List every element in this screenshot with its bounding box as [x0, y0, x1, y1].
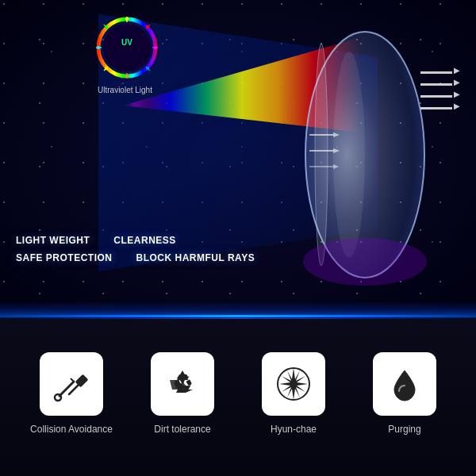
svg-point-22	[303, 238, 427, 286]
feature-card-hyun: Hyun-chae	[250, 352, 337, 435]
feature-name-dirt: Dirt tolerance	[154, 424, 210, 435]
feature-name-hyun: Hyun-chae	[271, 424, 317, 435]
label-safe-protection: SAFE PROTECTION	[16, 252, 113, 263]
feature-row-2: SAFE PROTECTION BLOCK HARMFUL RAYS	[16, 252, 255, 263]
feature-row-1: LIGHT WEIGHT CLEARNESS	[16, 235, 255, 246]
feature-icon-box-collision	[40, 352, 103, 416]
uv-ring-svg: UV	[95, 16, 159, 79]
feature-labels: LIGHT WEIGHT CLEARNESS SAFE PROTECTION B…	[16, 235, 255, 270]
svg-point-1	[103, 24, 151, 71]
svg-point-21	[315, 44, 328, 266]
lens-arrows	[420, 71, 452, 109]
lens-container	[294, 24, 452, 294]
svg-marker-36	[279, 368, 308, 400]
drop-icon	[385, 364, 424, 404]
recycle-icon: ♻	[163, 364, 202, 404]
lens-arrow-2	[420, 83, 452, 86]
bottom-section: Collision Avoidance ♻ Dirt tolerance Hyu…	[0, 317, 476, 476]
uv-circle: UV	[95, 16, 159, 79]
feature-card-dirt: ♻ Dirt tolerance	[139, 352, 226, 435]
feature-icon-box-dirt: ♻	[151, 352, 214, 416]
lens-svg	[294, 24, 436, 286]
svg-line-29	[60, 382, 74, 396]
feature-card-collision: Collision Avoidance	[28, 352, 115, 435]
uv-label: Ultraviolet Light	[87, 86, 163, 94]
svg-point-30	[55, 394, 61, 401]
tools-icon	[52, 364, 91, 404]
lens-arrow-4	[420, 107, 452, 109]
svg-line-31	[71, 378, 74, 382]
svg-text:♻: ♻	[172, 370, 194, 396]
feature-name-purging: Purging	[388, 424, 420, 435]
svg-point-20	[333, 52, 365, 258]
top-section: UV	[0, 0, 476, 317]
star-icon	[274, 364, 313, 404]
feature-icon-box-purging	[373, 352, 436, 416]
svg-text:UV: UV	[121, 38, 132, 47]
lens-arrow-1	[420, 71, 452, 74]
label-light-weight: LIGHT WEIGHT	[16, 235, 90, 246]
lens-arrow-3	[420, 95, 452, 98]
label-clearness: CLEARNESS	[113, 235, 176, 246]
feature-name-collision: Collision Avoidance	[30, 424, 113, 435]
feature-card-purging: Purging	[361, 352, 448, 435]
feature-icon-box-hyun	[262, 352, 325, 416]
label-block-harmful: BLOCK HARMFUL RAYS	[136, 252, 255, 263]
